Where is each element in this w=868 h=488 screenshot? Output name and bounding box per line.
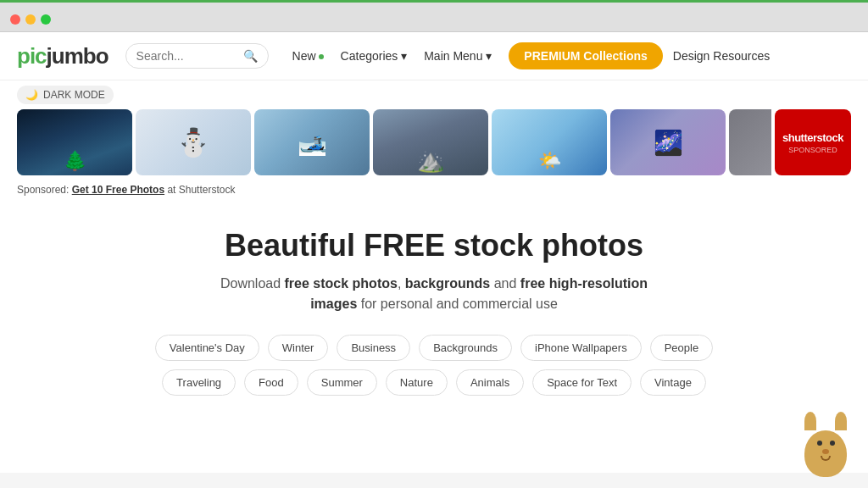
mascot-right-ear xyxy=(835,412,847,430)
category-business[interactable]: Business xyxy=(337,335,410,361)
mascot-left-ear xyxy=(804,412,816,430)
nav-links: New Categories ▾ Main Menu ▾ xyxy=(286,46,499,66)
maximize-button[interactable] xyxy=(41,14,51,25)
shutterstock-logo: shutterstock xyxy=(782,131,843,144)
sponsored-text: Sponsored: Get 10 Free Photos at Shutter… xyxy=(0,180,868,204)
shutterstock-ad[interactable]: shutterstock SPONSORED xyxy=(775,109,851,175)
design-resources-link[interactable]: Design Resources xyxy=(673,49,770,63)
category-food[interactable]: Food xyxy=(244,369,298,396)
category-traveling[interactable]: Traveling xyxy=(162,369,236,396)
strip-image-4[interactable]: ⛰️ xyxy=(373,109,488,175)
mascot-nose xyxy=(822,449,829,454)
mascot-eyes xyxy=(813,441,838,446)
hero-section: Beautiful FREE stock photos Download fre… xyxy=(0,204,868,421)
strip-image-6[interactable]: 🌌 xyxy=(610,109,726,175)
search-bar: 🔍 xyxy=(125,43,269,69)
category-vintage[interactable]: Vintage xyxy=(640,369,706,396)
site-wrapper: picjumbo 🔍 New Categories ▾ Main Menu ▾ … xyxy=(0,32,868,473)
strip-image-5[interactable]: 🌤️ xyxy=(492,109,607,175)
moon-icon: 🌙 xyxy=(25,89,38,101)
sponsored-prefix: Sponsored: xyxy=(17,184,72,196)
hero-title: Beautiful FREE stock photos xyxy=(17,228,851,263)
strip-image-7[interactable] xyxy=(729,109,771,175)
category-space-for-text[interactable]: Space for Text xyxy=(532,369,632,396)
categories-row-1: Valentine's Day Winter Business Backgrou… xyxy=(17,335,851,369)
mascot-right-eye xyxy=(830,441,835,446)
category-winter[interactable]: Winter xyxy=(268,335,329,361)
mascot-body xyxy=(804,430,847,477)
mascot xyxy=(800,412,851,471)
category-animals[interactable]: Animals xyxy=(456,369,524,396)
mascot-left-eye xyxy=(817,441,822,446)
shutterstock-sponsored-label: SPONSORED xyxy=(788,146,837,154)
search-icon[interactable]: 🔍 xyxy=(243,49,258,63)
nav-categories[interactable]: Categories ▾ xyxy=(334,46,415,66)
mascot-face xyxy=(813,441,838,461)
mascot-ears xyxy=(804,412,847,430)
category-backgrounds[interactable]: Backgrounds xyxy=(419,335,512,361)
logo-green: pic xyxy=(17,43,47,69)
dark-mode-label: DARK MODE xyxy=(43,89,105,101)
strip-image-1[interactable]: 🌲 xyxy=(17,109,132,175)
category-iphone-wallpapers[interactable]: iPhone Wallpapers xyxy=(520,335,642,361)
sponsored-image-strip: 🌲 ⛄ 🎿 ⛰️ 🌤️ 🌌 shutterstock SPONSORED xyxy=(0,109,868,175)
minimize-button[interactable] xyxy=(25,14,36,25)
category-nature[interactable]: Nature xyxy=(386,369,448,396)
navbar: picjumbo 🔍 New Categories ▾ Main Menu ▾ … xyxy=(0,32,868,80)
logo-dark: jumbo xyxy=(47,43,108,69)
nav-new[interactable]: New xyxy=(286,46,331,66)
category-summer[interactable]: Summer xyxy=(307,369,377,396)
nav-main-menu[interactable]: Main Menu ▾ xyxy=(417,46,498,66)
strip-image-3[interactable]: 🎿 xyxy=(254,109,370,175)
mascot-mouth xyxy=(821,456,831,461)
strip-image-2[interactable]: ⛄ xyxy=(136,109,251,175)
category-valentines[interactable]: Valentine's Day xyxy=(155,335,259,361)
site-logo[interactable]: picjumbo xyxy=(17,43,108,69)
sponsored-suffix: at Shutterstock xyxy=(164,184,235,196)
sponsored-link[interactable]: Get 10 Free Photos xyxy=(72,184,164,196)
category-people[interactable]: People xyxy=(650,335,713,361)
new-dot xyxy=(319,54,324,59)
categories-row-2: Traveling Food Summer Nature Animals Spa… xyxy=(17,369,851,404)
close-button[interactable] xyxy=(10,14,20,25)
dark-mode-toggle[interactable]: 🌙 DARK MODE xyxy=(17,86,114,104)
hero-subtitle: Download free stock photos, backgrounds … xyxy=(214,274,654,314)
premium-collections-button[interactable]: PREMIUM Collections xyxy=(509,42,662,69)
browser-chrome xyxy=(0,0,868,32)
traffic-lights xyxy=(10,9,858,31)
search-input[interactable] xyxy=(136,49,238,63)
